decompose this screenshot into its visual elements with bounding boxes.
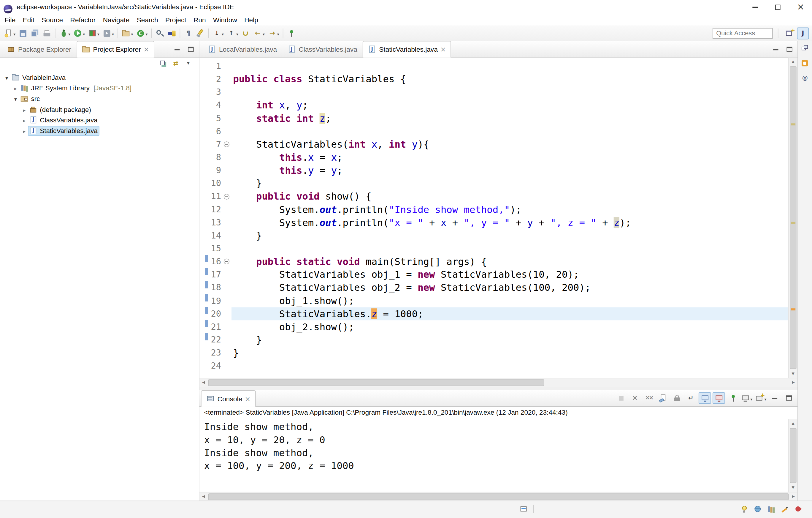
pin-console-button[interactable] bbox=[727, 392, 739, 404]
view-menu-button[interactable] bbox=[184, 60, 193, 69]
code-line[interactable]: StaticVariables obj_1 = new StaticVariab… bbox=[231, 268, 788, 281]
code-line[interactable]: int x, y; bbox=[231, 99, 788, 112]
editor-horizontal-scrollbar[interactable] bbox=[199, 378, 798, 387]
code-line[interactable] bbox=[231, 85, 788, 99]
close-button[interactable] bbox=[789, 0, 812, 14]
javadoc-view-button[interactable] bbox=[800, 73, 811, 84]
scroll-up-arrow-icon[interactable] bbox=[788, 419, 798, 428]
scroll-down-arrow-icon[interactable] bbox=[788, 483, 798, 492]
fold-collapse-icon[interactable] bbox=[224, 194, 229, 199]
progress-area-icon[interactable] bbox=[519, 505, 528, 514]
expand-arrow-icon[interactable] bbox=[12, 84, 19, 92]
show-stdout-button[interactable] bbox=[699, 392, 711, 404]
menu-refactor[interactable]: Refactor bbox=[66, 15, 99, 25]
coverage-button[interactable] bbox=[87, 27, 100, 38]
tree-item-default-package[interactable]: (default package) bbox=[0, 104, 199, 115]
remove-all-launches-button[interactable] bbox=[642, 392, 655, 404]
link-with-editor-button[interactable] bbox=[172, 60, 180, 69]
menu-search[interactable]: Search bbox=[133, 15, 162, 25]
scroll-right-arrow-icon[interactable] bbox=[789, 378, 798, 387]
word-wrap-button[interactable] bbox=[685, 392, 697, 404]
code-line[interactable] bbox=[231, 359, 788, 373]
tree-item-jre-system-library[interactable]: JRE System Library [JavaSE-1.8] bbox=[0, 83, 199, 93]
code-line[interactable]: public static void main(String[] args) { bbox=[231, 255, 788, 268]
editor-vertical-scrollbar[interactable] bbox=[788, 58, 798, 378]
menu-run[interactable]: Run bbox=[190, 15, 209, 25]
tab-classvariables-java[interactable]: ClassVariables.java bbox=[282, 41, 363, 57]
code-line[interactable]: public class StaticVariables { bbox=[231, 73, 788, 86]
lightbulb-tip-button[interactable] bbox=[740, 505, 749, 514]
menu-navigate[interactable]: Navigate bbox=[99, 15, 133, 25]
show-whitespace-button[interactable] bbox=[183, 28, 194, 38]
minimize-button[interactable] bbox=[744, 0, 766, 14]
open-console-button[interactable] bbox=[754, 392, 767, 404]
run-button[interactable] bbox=[72, 27, 86, 38]
task-list-button[interactable] bbox=[800, 58, 811, 69]
console-tab[interactable]: Console bbox=[201, 390, 256, 407]
tab-package-explorer[interactable]: Package Explorer bbox=[1, 41, 76, 57]
terminate-button[interactable] bbox=[615, 392, 627, 404]
scroll-left-arrow-icon[interactable] bbox=[199, 378, 208, 387]
new-class-button[interactable] bbox=[135, 27, 149, 38]
editor-console-sash[interactable] bbox=[199, 387, 798, 390]
java-perspective-button[interactable] bbox=[797, 27, 809, 39]
code-line[interactable]: } bbox=[231, 333, 788, 346]
mark-occurrences-button[interactable] bbox=[195, 28, 206, 38]
occurrence-marker[interactable] bbox=[791, 123, 795, 125]
maximize-button[interactable] bbox=[766, 0, 789, 14]
menu-help[interactable]: Help bbox=[241, 15, 262, 25]
collapse-all-button[interactable] bbox=[159, 60, 168, 69]
console-vertical-scrollbar[interactable] bbox=[788, 419, 798, 492]
eclipse-logo-icon[interactable] bbox=[4, 3, 12, 11]
expand-arrow-icon[interactable] bbox=[21, 127, 28, 135]
scrollbar-thumb[interactable] bbox=[790, 428, 796, 483]
menu-source[interactable]: Source bbox=[38, 15, 66, 25]
collapse-arrow-icon[interactable] bbox=[3, 73, 10, 81]
expand-arrow-icon[interactable] bbox=[21, 105, 28, 113]
collapse-arrow-icon[interactable] bbox=[12, 95, 19, 103]
menu-file[interactable]: File bbox=[1, 15, 19, 25]
occurrence-marker[interactable] bbox=[791, 308, 795, 310]
error-flame-button[interactable] bbox=[794, 505, 803, 514]
fold-collapse-icon[interactable] bbox=[224, 259, 229, 264]
clear-console-button[interactable] bbox=[657, 392, 669, 404]
code-line[interactable]: public void show() { bbox=[231, 190, 788, 203]
save-button[interactable] bbox=[18, 28, 28, 38]
code-line[interactable]: StaticVariables.z = 1000; bbox=[231, 307, 788, 320]
occurrence-marker[interactable] bbox=[791, 222, 795, 224]
open-type-button[interactable] bbox=[154, 28, 165, 38]
pin-editor-button[interactable] bbox=[286, 28, 297, 38]
minimize-view-button[interactable] bbox=[768, 392, 781, 404]
console-horizontal-scrollbar[interactable] bbox=[199, 492, 798, 501]
maximize-view-icon[interactable] bbox=[785, 45, 794, 54]
tab-project-explorer[interactable]: Project Explorer bbox=[77, 41, 154, 58]
new-java-project-button[interactable] bbox=[121, 27, 134, 38]
tree-item-classvariables-java[interactable]: ClassVariables.java bbox=[0, 115, 199, 125]
scrollbar-thumb[interactable] bbox=[208, 493, 788, 500]
edit-pencil-button[interactable] bbox=[781, 505, 789, 514]
scrollbar-thumb[interactable] bbox=[790, 66, 796, 369]
previous-annotation-button[interactable] bbox=[226, 27, 239, 38]
code-line[interactable]: StaticVariables(int x, int y){ bbox=[231, 138, 788, 151]
code-line[interactable]: StaticVariables obj_2 = new StaticVariab… bbox=[231, 281, 788, 294]
code-line[interactable] bbox=[231, 242, 788, 255]
code-line[interactable]: obj_2.show(); bbox=[231, 320, 788, 333]
code-line[interactable]: } bbox=[231, 177, 788, 190]
tree-item-variableinjava[interactable]: VariableInJava bbox=[0, 72, 199, 83]
code-line[interactable]: } bbox=[231, 346, 788, 359]
tab-localvariables-java[interactable]: LocalVariables.java bbox=[202, 41, 282, 57]
print-button[interactable] bbox=[41, 28, 53, 38]
new-wizard-button[interactable] bbox=[3, 27, 16, 38]
display-selected-console-button[interactable] bbox=[741, 392, 753, 404]
debug-button[interactable] bbox=[58, 27, 71, 38]
fold-collapse-icon[interactable] bbox=[224, 141, 229, 147]
line-number-ruler[interactable]: 123456789101112131415161718192021222324 bbox=[199, 58, 231, 378]
code-line[interactable]: this.y = y; bbox=[231, 164, 788, 177]
close-console-tab-icon[interactable] bbox=[245, 395, 251, 403]
quick-access-input[interactable]: Quick Access bbox=[713, 28, 773, 38]
menu-edit[interactable]: Edit bbox=[19, 15, 38, 25]
maximize-view-button[interactable] bbox=[783, 392, 795, 404]
open-perspective-button[interactable] bbox=[784, 28, 795, 38]
scroll-left-arrow-icon[interactable] bbox=[199, 492, 208, 501]
save-all-button[interactable] bbox=[29, 28, 40, 38]
